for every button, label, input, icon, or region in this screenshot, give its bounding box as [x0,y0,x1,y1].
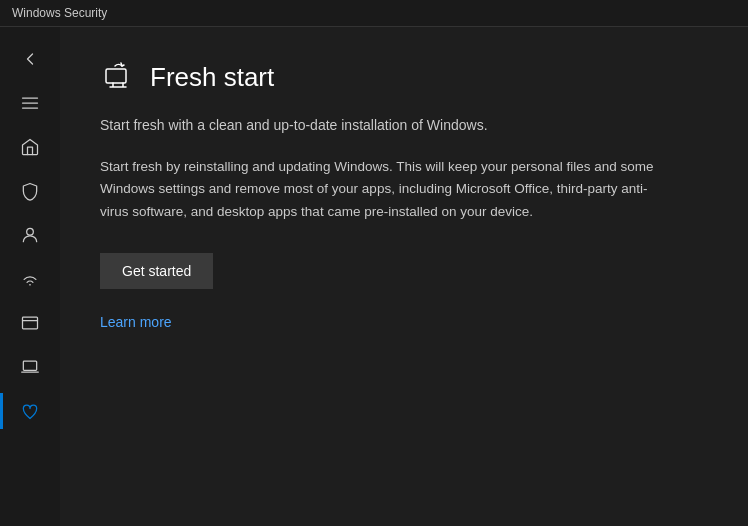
title-bar-label: Windows Security [12,6,107,20]
fresh-start-icon [100,59,136,95]
sidebar-item-shield[interactable] [0,169,60,213]
sidebar-item-menu[interactable] [0,81,60,125]
browser-icon [20,313,40,333]
svg-point-4 [29,284,31,286]
page-header: Fresh start [100,59,708,95]
page-description: Start fresh by reinstalling and updating… [100,156,660,223]
sidebar-item-account[interactable] [0,213,60,257]
sidebar [0,27,60,526]
main-content: Fresh start Start fresh with a clean and… [60,27,748,526]
sidebar-item-home[interactable] [0,125,60,169]
device-icon [20,357,40,377]
sidebar-item-back[interactable] [0,37,60,81]
wireless-icon [20,269,40,289]
learn-more-link[interactable]: Learn more [100,314,172,330]
sidebar-item-firewall[interactable] [0,257,60,301]
svg-rect-7 [23,361,36,370]
sidebar-item-device[interactable] [0,345,60,389]
back-icon [20,49,40,69]
shield-icon [20,181,40,201]
home-icon [20,137,40,157]
page-title: Fresh start [150,62,274,93]
menu-icon [20,93,40,113]
account-icon [20,225,40,245]
sidebar-item-app-browser[interactable] [0,301,60,345]
title-bar: Windows Security [0,0,748,27]
sidebar-item-health[interactable] [0,389,60,433]
svg-rect-5 [23,317,38,329]
get-started-button[interactable]: Get started [100,253,213,289]
page-subtitle: Start fresh with a clean and up-to-date … [100,115,708,136]
svg-point-3 [27,228,34,235]
svg-rect-8 [106,69,126,83]
app-body: Fresh start Start fresh with a clean and… [0,27,748,526]
health-icon [20,401,40,421]
